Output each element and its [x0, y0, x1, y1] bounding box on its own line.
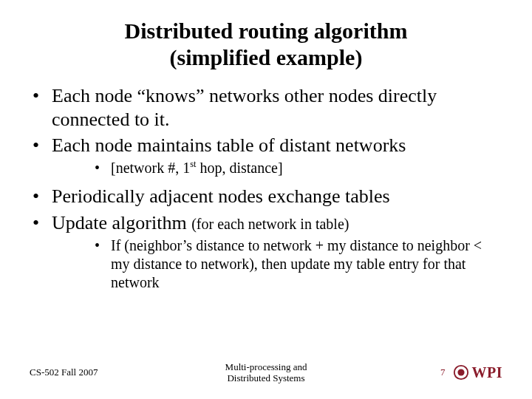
page-number: 7: [440, 366, 446, 378]
sub-bullet-text: If (neighbor’s distance to network + my …: [111, 237, 482, 290]
slide-title: Distributed routing algorithm (simplifie…: [30, 18, 502, 71]
bullet-list: Each node “knows” networks other nodes d…: [30, 84, 502, 292]
bullet-item: Periodically adjacent nodes exchange tab…: [30, 185, 502, 208]
footer-center-line2: Distributed Systems: [227, 372, 304, 383]
sub-bullet-list: [network #, 1st hop, distance]: [52, 159, 502, 177]
title-line-2: (simplified example): [170, 45, 363, 69]
footer-right: 7 WPI: [355, 364, 502, 381]
slide: Distributed routing algorithm (simplifie…: [0, 0, 532, 399]
title-line-1: Distributed routing algorithm: [125, 18, 408, 43]
sub-bullet-item: If (neighbor’s distance to network + my …: [52, 236, 502, 292]
bullet-text: Each node maintains table of distant net…: [52, 134, 406, 156]
bullet-text: Each node “knows” networks other nodes d…: [52, 85, 437, 130]
seal-icon: [453, 364, 469, 381]
wpi-logo: WPI: [453, 364, 503, 381]
wpi-text: WPI: [472, 364, 503, 381]
sub-bullet-item: [network #, 1st hop, distance]: [52, 159, 502, 177]
bullet-item: Update algorithm (for each network in ta…: [30, 211, 502, 292]
sub-bullet-text: [network #, 1st hop, distance]: [111, 160, 283, 176]
slide-footer: CS-502 Fall 2007 Multi-processing and Di…: [30, 361, 502, 384]
bullet-text: Periodically adjacent nodes exchange tab…: [52, 185, 390, 207]
bullet-text: Update algorithm (for each network in ta…: [52, 212, 349, 233]
bullet-item: Each node “knows” networks other nodes d…: [30, 84, 502, 131]
footer-center: Multi-processing and Distributed Systems: [177, 361, 355, 384]
sub-bullet-list: If (neighbor’s distance to network + my …: [52, 236, 502, 292]
footer-center-line1: Multi-processing and: [225, 361, 307, 372]
footer-left: CS-502 Fall 2007: [30, 366, 177, 378]
bullet-item: Each node maintains table of distant net…: [30, 134, 502, 177]
svg-point-1: [457, 369, 464, 376]
